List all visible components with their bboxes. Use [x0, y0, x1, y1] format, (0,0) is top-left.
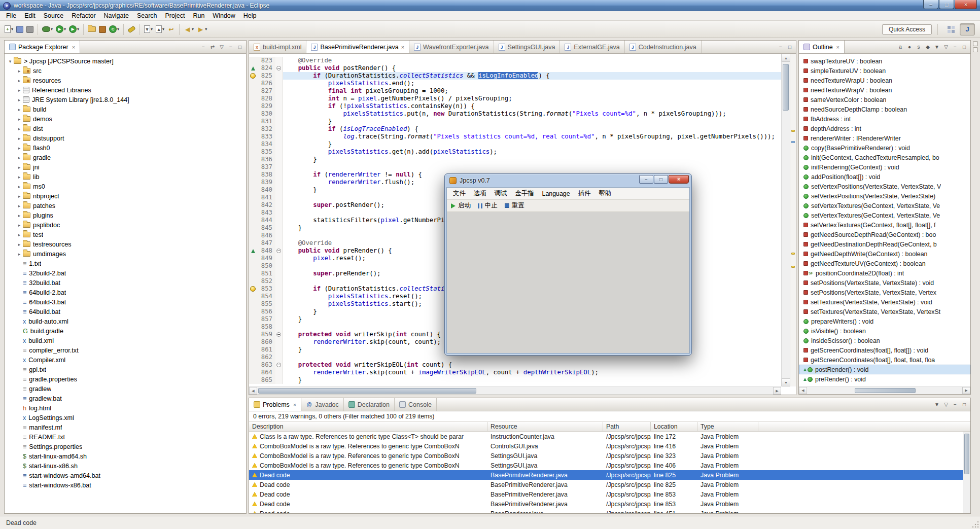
collapsed-arrow-icon[interactable]: ▸	[16, 146, 23, 151]
column-header-path[interactable]: Path	[603, 422, 651, 431]
dropdown-arrow-icon[interactable]: ▾	[64, 27, 66, 31]
problem-row[interactable]: Dead codeBaseRenderer.java/Jpcsp/src/jpc…	[249, 509, 963, 513]
outline-item[interactable]: setTextures(VertexState, VertexState) : …	[799, 297, 970, 307]
tab-declaration[interactable]: Declaration	[344, 398, 395, 411]
tree-item[interactable]: ▸dist	[5, 124, 246, 133]
outline-hscroll-thumb[interactable]	[855, 388, 916, 393]
tree-item[interactable]: log.html	[5, 403, 246, 413]
collapsed-arrow-icon[interactable]: ▸	[16, 203, 23, 208]
collapsed-arrow-icon[interactable]: ▸	[16, 242, 23, 247]
jpcsp-menu-item[interactable]: 帮助	[594, 188, 615, 199]
tree-item[interactable]: ▸demos	[5, 114, 246, 124]
problems-minimize-icon[interactable]: −	[951, 401, 959, 409]
problems-maximize-icon[interactable]: □	[960, 401, 968, 409]
collapsed-arrow-icon[interactable]: ▸	[16, 117, 23, 122]
tree-item[interactable]: ▸Referenced Libraries	[5, 85, 246, 95]
collapsed-arrow-icon[interactable]: ▸	[16, 223, 23, 228]
menu-source[interactable]: Source	[40, 12, 68, 20]
maximize-icon[interactable]: □	[960, 43, 968, 51]
problem-row[interactable]: ComboBoxModel is a raw type. References …	[249, 451, 963, 461]
sort-icon[interactable]: a	[896, 43, 904, 51]
new-wizard-icon[interactable]: +▾	[3, 23, 15, 36]
tree-item[interactable]: start-windows-amd64.bat	[5, 471, 246, 480]
forward-icon[interactable]: ▶▾	[195, 23, 208, 36]
jpcsp-maximize-button[interactable]: □	[654, 175, 668, 184]
fold-collapse-icon[interactable]	[276, 363, 281, 367]
tree-item[interactable]: README.txt	[5, 432, 246, 442]
minimized-view-icon[interactable]	[973, 47, 978, 52]
problem-row[interactable]: Class is a raw type. References to gener…	[249, 432, 963, 441]
warning-bulb-icon[interactable]	[250, 73, 256, 79]
tab-javadoc[interactable]: @Javadoc	[301, 398, 344, 411]
link-with-editor-icon[interactable]: ⇄	[208, 43, 217, 51]
view-menu-icon[interactable]: ▽	[942, 43, 950, 51]
outline-item[interactable]: needTextureWrapU : boolean	[799, 76, 970, 85]
tree-item[interactable]: ▸ms0	[5, 182, 246, 191]
menu-edit[interactable]: Edit	[20, 12, 40, 20]
close-view-icon[interactable]: ×	[836, 44, 839, 50]
outline-item[interactable]: setVertexTextures(GeContext, float[], fl…	[799, 220, 970, 230]
scroll-right-icon[interactable]: ▶	[962, 387, 970, 394]
column-header-location[interactable]: Location	[651, 422, 697, 431]
outline-item[interactable]: setTextures(VertexState, VertexState, Ve…	[799, 307, 970, 316]
tree-item[interactable]: gradlew.bat	[5, 394, 246, 403]
jpcsp-play-button[interactable]: 启动	[451, 201, 471, 210]
outline-item[interactable]: needTextureWrapV : boolean	[799, 85, 970, 95]
collapsed-arrow-icon[interactable]: ▸	[16, 78, 23, 83]
outline-item[interactable]: fbAddress : int	[799, 114, 970, 124]
outline-item[interactable]: swapTextureUV : boolean	[799, 56, 970, 66]
collapsed-arrow-icon[interactable]: ▸	[16, 155, 23, 160]
outline-item[interactable]: rendererWriter : IRendererWriter	[799, 133, 970, 143]
dropdown-arrow-icon[interactable]: ▾	[51, 27, 53, 31]
problem-row[interactable]: ComboBoxModel is a raw type. References …	[249, 461, 963, 470]
scroll-up-icon[interactable]: ▲	[782, 54, 790, 62]
view-menu-icon[interactable]: ▽	[218, 43, 226, 51]
overview-warning-mark[interactable]	[791, 266, 795, 268]
jpcsp-minimize-button[interactable]: −	[639, 175, 653, 184]
collapsed-arrow-icon[interactable]: ▸	[16, 136, 23, 141]
dropdown-arrow-icon[interactable]: ▾	[205, 27, 207, 31]
outline-item[interactable]: setVertexTextures(GeContext, VertexState…	[799, 201, 970, 210]
jpcsp-menu-item[interactable]: 插件	[574, 188, 595, 199]
outline-horizontal-scrollbar[interactable]: ◀ ▶	[799, 386, 970, 394]
menu-refactor[interactable]: Refactor	[67, 12, 99, 20]
tree-item[interactable]: ▸nbproject	[5, 191, 246, 201]
outline-item[interactable]: getNeedDepthWrite(GeContext) : boolean	[799, 249, 970, 259]
jpcsp-menu-item[interactable]: Language	[538, 189, 574, 198]
scroll-left-icon[interactable]: ◀	[799, 387, 807, 394]
tree-item[interactable]: build.gradle	[5, 326, 246, 336]
external-tools-icon[interactable]: ▶▾	[67, 23, 81, 36]
back-icon[interactable]: ◀▾	[182, 23, 195, 36]
dropdown-arrow-icon[interactable]: ▾	[192, 27, 194, 31]
close-view-icon[interactable]: ×	[293, 402, 296, 408]
collapsed-arrow-icon[interactable]: ▸	[16, 184, 23, 189]
tree-item[interactable]: start-linux-x86.sh	[5, 461, 246, 471]
tree-item[interactable]: gradle.properties	[5, 374, 246, 384]
tree-item[interactable]: ▸plugins	[5, 210, 246, 220]
menu-search[interactable]: Search	[133, 12, 161, 20]
fold-collapse-icon[interactable]	[276, 249, 281, 253]
tree-item[interactable]: Settings.properties	[5, 442, 246, 451]
tree-item[interactable]: 32build.bat	[5, 278, 246, 288]
collapsed-arrow-icon[interactable]: ▸	[16, 174, 23, 180]
collapsed-arrow-icon[interactable]: ▸	[16, 232, 23, 237]
outline-item[interactable]: preRender() : void	[799, 374, 970, 384]
overview-ruler[interactable]	[790, 54, 796, 386]
hide-non-public-icon[interactable]: ◆	[924, 43, 932, 51]
tree-item[interactable]: ▸build	[5, 104, 246, 114]
jpcsp-menu-item[interactable]: 金手指	[511, 188, 538, 199]
menu-project[interactable]: Project	[161, 12, 189, 20]
collapsed-arrow-icon[interactable]: ▸	[16, 213, 23, 218]
menu-file[interactable]: File	[2, 12, 20, 20]
scroll-down-icon[interactable]: ▼	[782, 378, 790, 386]
outline-item[interactable]: needSourceDepthClamp : boolean	[799, 104, 970, 114]
hide-fields-icon[interactable]: ●	[905, 43, 914, 51]
last-edit-location-icon[interactable]: ↩	[166, 23, 177, 36]
fold-collapse-icon[interactable]	[276, 66, 281, 70]
new-package-icon[interactable]	[97, 23, 108, 36]
search-icon[interactable]	[126, 23, 137, 36]
tree-item[interactable]: build.xml	[5, 336, 246, 345]
column-header-resource[interactable]: Resource	[487, 422, 603, 431]
jpcsp-emulator-window[interactable]: Jpcsp v0.7 −□× 文件选项调试金手指Language插件帮助 启动中…	[444, 173, 692, 356]
fold-collapse-icon[interactable]	[276, 332, 281, 337]
